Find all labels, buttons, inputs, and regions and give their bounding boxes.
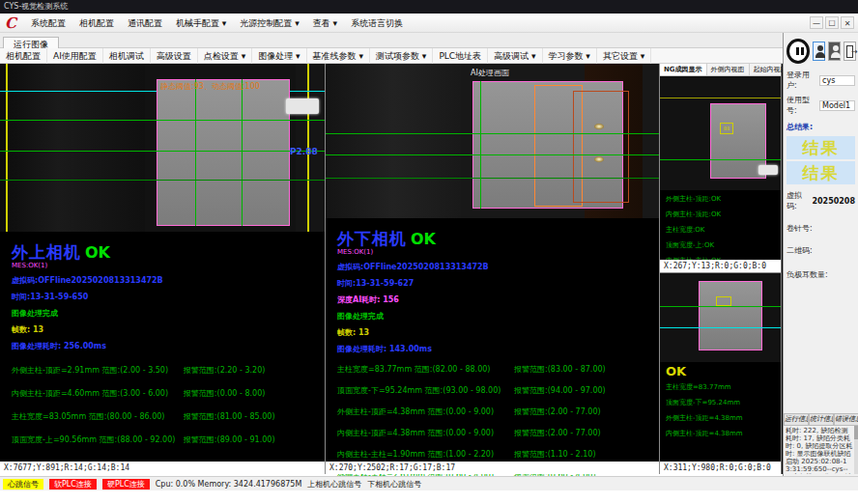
frame-line: 帧数: 13 <box>12 324 313 335</box>
process-time-line: 图像处理耗时: 256.00ms <box>12 341 313 351</box>
menu-comm-config[interactable]: 通讯配置 <box>121 14 169 33</box>
tool-advanced-settings[interactable]: 高级设置 <box>151 48 198 64</box>
machine-background <box>0 64 145 232</box>
tool-advanced-debug[interactable]: 高级调试 ▾ <box>488 48 542 64</box>
machine-background <box>326 64 461 218</box>
tool-camera-debug[interactable]: 相机调试 <box>103 48 151 64</box>
soft-plc-badge: 软PLC连接 <box>49 479 97 490</box>
virtual-code-label: 虚拟码: <box>786 190 812 211</box>
detail-thumb-image[interactable] <box>660 273 781 362</box>
detail-item: 主柱宽度=83.77mm <box>666 382 775 392</box>
green-guide-line <box>660 159 781 160</box>
upper-camera-readout: 外上相机OK MES:OK(1) 虚拟码:OFFline202502081331… <box>0 232 325 445</box>
pixel-coordinate-readout: X:7677;Y:891;R:14;G:14;B:14 <box>0 462 325 474</box>
lower-camera-readout: 外下相机OK MES:OK(1) 虚拟码:OFFline202502081331… <box>326 218 659 481</box>
menu-light-config[interactable]: 光源控制配置 ▾ <box>233 14 305 33</box>
alarm-range: 报警范围:(2.00 - 77.00) <box>514 406 647 417</box>
user-switch-button[interactable] <box>828 42 841 61</box>
measurement-row: 内侧主柱-顶距=4.60mm 范围:(3.00 - 6.00)报警范围:(0.0… <box>12 388 313 399</box>
green-guide-line <box>0 151 325 152</box>
green-guide-line <box>195 79 196 226</box>
tab-stat-info[interactable]: 统计信息 <box>809 413 834 426</box>
pause-button[interactable] <box>786 39 810 64</box>
alarm-range: 报警范围:(0.00 - 8.00) <box>184 388 313 399</box>
measurement-value: 顶面宽度-上=90.56mm 范围:(88.00 - 92.00) <box>12 434 184 445</box>
measurement-row: 主柱宽度=83.05mm 范围:(80.00 - 86.00)报警范围:(81.… <box>12 411 313 422</box>
tool-plc-address[interactable]: PLC地址表 <box>433 48 488 64</box>
ai-detect-box-2 <box>573 91 629 203</box>
title-bar: CYS-视觉检测系统 <box>0 0 858 14</box>
status-bar: 心跳信号 软PLC连接 硬PLC连接 Cpu: 0.0% Memory: 342… <box>0 476 858 490</box>
measurement-value: 外侧主柱-顶距=4.38mm 范围:(0.00 - 9.00) <box>337 406 514 417</box>
tool-ai-use-config[interactable]: AI使用配置 <box>47 48 103 64</box>
tab-outer-view[interactable]: 外侧内视图 <box>707 64 750 75</box>
qr-code-row: 二维码: <box>784 243 858 258</box>
process-done-line: 图像处理完成 <box>12 308 313 319</box>
pixel-coordinate-readout: X:267;Y:13;R:0;G:0;B:0 <box>660 260 781 272</box>
tool-camera-config[interactable]: 相机配置 <box>0 48 47 64</box>
menu-view[interactable]: 查看 ▾ <box>306 14 344 33</box>
green-guide-line <box>242 79 243 226</box>
detail-item: 顶面宽度-下=95.24mm <box>666 398 775 407</box>
measurement-row: 外侧主柱-顶距=2.91mm 范围:(2.00 - 3.50)报警范围:(2.2… <box>12 365 313 376</box>
alarm-range: 报警范围:(94.00 - 97.00) <box>514 385 647 396</box>
close-button[interactable]: ✕ <box>841 16 854 29</box>
measurement-value: 主柱宽度=83.05mm 范围:(80.00 - 86.00) <box>12 411 184 422</box>
green-guide-line <box>660 306 781 307</box>
run-log-text: 耗时: 222, 缺陷检测耗时: 17, 缺陷分类耗时: 0, 缺陷提取分区耗时… <box>785 426 854 474</box>
tool-baseline-params[interactable]: 基准线参数 ▾ <box>307 48 370 64</box>
tab-run-info[interactable]: 运行信息 <box>784 413 809 426</box>
tab-connector-blob <box>286 98 319 114</box>
camera-result: OK <box>411 230 436 248</box>
exit-button[interactable]: → <box>844 42 856 61</box>
camera-name: 外下相机 <box>337 229 407 248</box>
log-scrollbar-thumb[interactable] <box>854 426 858 439</box>
exit-arrow-icon: → <box>851 50 858 54</box>
defect-marker <box>716 296 731 306</box>
upper-camera-image[interactable]: 静态阈值:93、动态阈值:100 P2.88 <box>0 64 325 232</box>
tool-image-process[interactable]: 图像处理 ▾ <box>252 48 306 64</box>
measurement-row: 主柱宽度=83.77mm 范围:(82.00 - 88.00)报警范围:(83.… <box>337 364 647 375</box>
detail-item: 外侧主柱-顶距=4.38mm <box>666 413 775 423</box>
qr-code-label: 二维码: <box>786 245 819 256</box>
blue-marker-text: P2.88 <box>290 147 318 156</box>
measurement-list: 外侧主柱-顶距=2.91mm 范围:(2.00 - 3.50)报警范围:(2.2… <box>12 365 313 445</box>
model-row: 使用型号: Model1 <box>784 93 858 118</box>
time-line: 时间:13-31-59-650 <box>12 292 313 302</box>
user-login-button[interactable] <box>813 42 825 61</box>
tool-learn-params[interactable]: 学习参数 ▾ <box>543 48 597 64</box>
main-area: 静态阈值:93、动态阈值:100 P2.88 外上相机OK MES:OK(1) … <box>0 64 858 474</box>
heartbeat-badge: 心跳信号 <box>3 479 43 490</box>
lower-camera-image[interactable]: AI处理画面 <box>326 64 659 218</box>
tab-error-info[interactable]: 错误信息 <box>834 413 858 426</box>
alarm-range: 报警范围:(1.10 - 2.10) <box>514 449 647 460</box>
ng-thumb-image[interactable]: 88 <box>660 76 781 190</box>
tab-ng-cause[interactable]: NG成因显示 <box>660 64 707 75</box>
minimize-button[interactable]: — <box>810 16 823 29</box>
process-time-line: 图像处理耗时: 143.00ms <box>337 344 647 354</box>
ng-cause-panel: NG成因显示 外侧内视图 起始内视图 88 外侧主柱-顶距:OK 内侧主柱-顶距… <box>660 64 781 273</box>
login-user-label: 登录用户: <box>786 70 819 91</box>
virtual-code-row: 虚拟码: 20250208 <box>784 188 858 213</box>
menu-robot-config[interactable]: 机械手配置 ▾ <box>169 14 233 33</box>
log-scrollbar[interactable] <box>854 426 858 474</box>
detail-item: 内侧主柱-顶距=4.38mm <box>666 429 775 438</box>
tool-test-params[interactable]: 测试项参数 ▾ <box>370 48 433 64</box>
toolbar: 相机配置 AI使用配置 相机调试 高级设置 点检设置 ▾ 图像处理 ▾ 基准线参… <box>0 48 858 64</box>
tool-other-settings[interactable]: 其它设置 ▾ <box>597 48 651 64</box>
maximize-button[interactable]: ☐ <box>825 16 839 29</box>
defect-marker: 88 <box>720 123 733 134</box>
pixel-coordinate-readout: X:270;Y:2502;R:17;G:17;B:17 <box>326 462 659 474</box>
alarm-range: 报警范围:(89.00 - 91.00) <box>184 434 313 445</box>
menu-system-config[interactable]: 系统配置 <box>24 14 72 33</box>
measurement-row: 顶面宽度-下=95.24mm 范围:(93.00 - 98.00)报警范围:(9… <box>337 385 647 396</box>
cell-region-overlay <box>157 79 290 226</box>
virtual-code-value: 20250208 <box>812 197 855 206</box>
ng-tab-bar: NG成因显示 外侧内视图 起始内视图 <box>660 64 781 76</box>
green-guide-line <box>0 180 325 181</box>
menu-language-switch[interactable]: 系统语言切换 <box>344 14 410 33</box>
tool-spot-check[interactable]: 点检设置 ▾ <box>198 48 252 64</box>
alarm-range: 报警范围:(83.00 - 87.00) <box>514 364 647 375</box>
menu-camera-config[interactable]: 相机配置 <box>72 14 121 33</box>
measurement-value: 顶面宽度-下=95.24mm 范围:(93.00 - 98.00) <box>337 385 514 396</box>
